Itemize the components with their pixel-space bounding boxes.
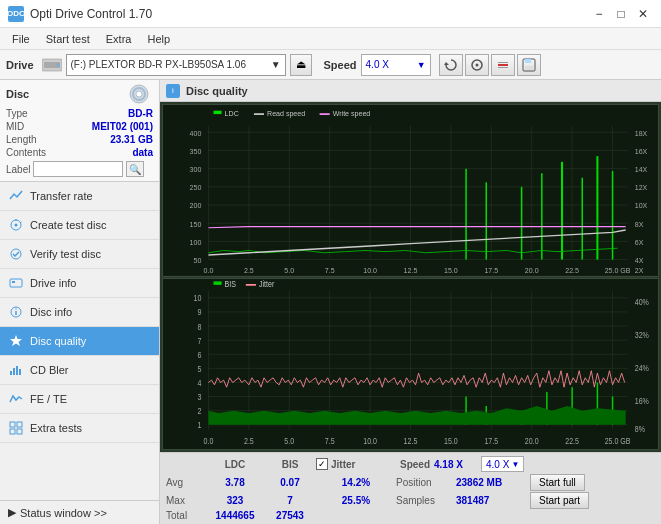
svg-text:6X: 6X: [635, 237, 644, 247]
svg-text:12.5: 12.5: [404, 436, 418, 446]
svg-text:4X: 4X: [635, 256, 644, 266]
disc-label-input[interactable]: [33, 161, 123, 177]
stats-jitter-check[interactable]: ✓ Jitter: [316, 458, 396, 470]
disc-type-value: BD-R: [128, 108, 153, 119]
stats-total-label: Total: [166, 510, 206, 521]
svg-text:15.0: 15.0: [444, 436, 458, 446]
menu-starttest[interactable]: Start test: [38, 31, 98, 47]
svg-point-13: [136, 91, 142, 97]
content-area: i Disc quality: [160, 80, 661, 524]
svg-text:1: 1: [197, 420, 201, 430]
disc-label-button[interactable]: 🔍: [126, 161, 144, 177]
svg-rect-31: [17, 422, 22, 427]
svg-text:350: 350: [190, 146, 202, 156]
svg-text:40%: 40%: [635, 297, 649, 307]
drive-selector[interactable]: (F:) PLEXTOR BD-R PX-LB950SA 1.06 ▼: [66, 54, 286, 76]
drive-icon: [42, 56, 62, 74]
minimize-button[interactable]: −: [589, 4, 609, 24]
svg-text:3: 3: [197, 392, 201, 402]
stats-panel: LDC BIS ✓ Jitter Speed 4.18 X 4.0 X ▼ Av…: [160, 452, 661, 524]
speed-output-value: 4.0 X: [486, 459, 509, 470]
eject-icon: ⏏: [296, 58, 306, 71]
maximize-button[interactable]: □: [611, 4, 631, 24]
svg-point-16: [15, 224, 18, 227]
svg-rect-29: [19, 369, 21, 375]
menu-help[interactable]: Help: [139, 31, 178, 47]
extra-tests-label: Extra tests: [30, 422, 82, 434]
svg-text:16X: 16X: [635, 146, 648, 156]
app-title: Opti Drive Control 1.70: [30, 7, 152, 21]
disc-button[interactable]: [465, 54, 489, 76]
sidebar-item-verify-test-disc[interactable]: Verify test disc: [0, 240, 159, 269]
sidebar-item-disc-quality[interactable]: Disc quality: [0, 327, 159, 356]
sidebar-item-create-test-disc[interactable]: Create test disc: [0, 211, 159, 240]
svg-text:25.0 GB: 25.0 GB: [605, 436, 631, 446]
status-window-button[interactable]: ▶ Status window >>: [0, 500, 159, 524]
erase-button[interactable]: [491, 54, 515, 76]
svg-text:8: 8: [197, 322, 201, 332]
menubar: File Start test Extra Help: [0, 28, 661, 50]
sidebar-item-transfer-rate[interactable]: Transfer rate: [0, 182, 159, 211]
chart2: 10 9 8 7 6 5 4 3 2 1 40% 32% 24% 16% 8%: [162, 278, 659, 451]
svg-text:5: 5: [197, 364, 201, 374]
stats-avg-bis: 0.07: [264, 477, 316, 488]
fe-te-icon: [8, 391, 24, 407]
stats-max-pos-val: 381487: [456, 495, 526, 506]
drive-info-icon: [8, 275, 24, 291]
svg-rect-90: [214, 111, 222, 114]
stats-total-ldc: 1444665: [206, 510, 264, 521]
disc-info-icon: [8, 304, 24, 320]
svg-text:Write speed: Write speed: [333, 109, 371, 119]
svg-text:LDC: LDC: [225, 109, 240, 119]
svg-rect-27: [13, 368, 15, 375]
stats-speed-val: 4.18 X: [434, 459, 479, 470]
svg-rect-28: [16, 366, 18, 375]
disc-contents-label: Contents: [6, 147, 46, 158]
svg-text:5.0: 5.0: [284, 266, 294, 276]
nav-items: Transfer rate Create test disc Verify te…: [0, 182, 159, 500]
stats-max-label: Max: [166, 495, 206, 506]
sidebar-item-disc-info[interactable]: Disc info: [0, 298, 159, 327]
stats-max-jitter: 25.5%: [316, 495, 396, 506]
stats-avg-ldc: 3.78: [206, 477, 264, 488]
svg-text:2.5: 2.5: [244, 436, 254, 446]
sidebar-item-fe-te[interactable]: FE / TE: [0, 385, 159, 414]
svg-point-2: [56, 63, 60, 67]
disc-info-label: Disc info: [30, 306, 72, 318]
svg-text:150: 150: [190, 219, 202, 229]
svg-text:32%: 32%: [635, 330, 649, 340]
save-button[interactable]: [517, 54, 541, 76]
svg-text:10.0: 10.0: [363, 266, 377, 276]
speed-output-arrow: ▼: [511, 460, 519, 469]
svg-text:7.5: 7.5: [325, 266, 335, 276]
speed-output-selector[interactable]: 4.0 X ▼: [481, 456, 524, 472]
extra-tests-icon: [8, 420, 24, 436]
disc-quality-label: Disc quality: [30, 335, 86, 347]
svg-text:25.0 GB: 25.0 GB: [605, 266, 631, 276]
start-part-button[interactable]: Start part: [530, 492, 589, 509]
speed-selector[interactable]: 4.0 X ▼: [361, 54, 431, 76]
sidebar-item-drive-info[interactable]: Drive info: [0, 269, 159, 298]
svg-text:Jitter: Jitter: [259, 279, 275, 289]
drive-name: (F:) PLEXTOR BD-R PX-LB950SA 1.06: [71, 59, 246, 70]
svg-text:22.5: 22.5: [565, 436, 579, 446]
refresh-button[interactable]: [439, 54, 463, 76]
charts-container: 400 350 300 250 200 150 100 50 18X 16X 1…: [160, 102, 661, 452]
fe-te-label: FE / TE: [30, 393, 67, 405]
svg-text:12X: 12X: [635, 183, 648, 193]
svg-text:Read speed: Read speed: [267, 109, 305, 119]
sidebar-item-cd-bler[interactable]: CD Bler: [0, 356, 159, 385]
close-button[interactable]: ✕: [633, 4, 653, 24]
menu-file[interactable]: File: [4, 31, 38, 47]
disc-length-value: 23.31 GB: [110, 134, 153, 145]
menu-extra[interactable]: Extra: [98, 31, 140, 47]
svg-text:300: 300: [190, 165, 202, 175]
disc-label-label: Label: [6, 164, 30, 175]
svg-text:2: 2: [197, 406, 201, 416]
drivebar: Drive (F:) PLEXTOR BD-R PX-LB950SA 1.06 …: [0, 50, 661, 80]
eject-button[interactable]: ⏏: [290, 54, 312, 76]
svg-text:400: 400: [190, 128, 202, 138]
start-full-button[interactable]: Start full: [530, 474, 585, 491]
sidebar-item-extra-tests[interactable]: Extra tests: [0, 414, 159, 443]
stats-bis-header: BIS: [264, 459, 316, 470]
